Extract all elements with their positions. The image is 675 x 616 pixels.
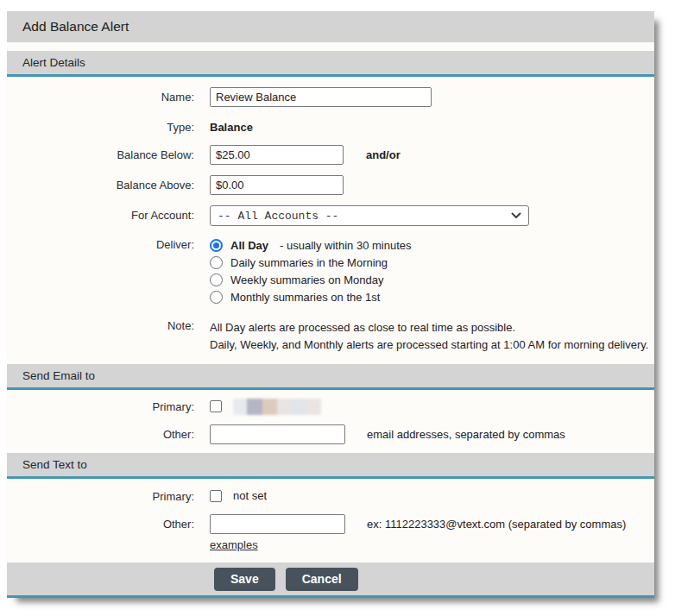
email-primary-row: Primary: — [7, 399, 654, 415]
email-primary-checkbox[interactable] — [210, 400, 222, 412]
name-input[interactable] — [210, 87, 432, 107]
save-button[interactable]: Save — [214, 568, 275, 591]
radio-icon[interactable] — [210, 273, 223, 286]
deliver-option-label: Weekly summaries on Monday — [230, 273, 384, 286]
add-balance-alert-dialog: Add Balance Alert Alert Details Name: Ty… — [7, 11, 654, 598]
radio-icon[interactable] — [210, 256, 223, 269]
deliver-row: Deliver: All Day - usually within 30 min… — [7, 236, 654, 305]
type-value: Balance — [210, 117, 253, 134]
balance-above-label: Balance Above: — [7, 175, 194, 192]
dialog-titlebar: Add Balance Alert — [7, 11, 654, 42]
send-email-body: Primary: Other: email addresses, separat… — [7, 390, 654, 453]
type-row: Type: Balance — [7, 117, 654, 134]
balance-above-row: Balance Above: — [7, 175, 654, 195]
note-label: Note: — [7, 319, 194, 332]
note-line-2: Daily, Weekly, and Monthly alerts are pr… — [210, 336, 648, 354]
section-header-send-email: Send Email to — [7, 364, 654, 390]
radio-selected-icon[interactable] — [210, 239, 223, 252]
text-other-row: Other: examples ex: 1112223333@vtext.com… — [7, 514, 654, 552]
and-or-text: and/or — [366, 145, 401, 161]
radio-icon[interactable] — [210, 291, 223, 304]
text-other-input[interactable] — [210, 514, 345, 534]
name-label: Name: — [7, 87, 194, 104]
balance-below-input[interactable] — [210, 145, 344, 165]
deliver-option-label: Daily summaries in the Morning — [230, 256, 388, 269]
deliver-radio-group: All Day - usually within 30 minutes Dail… — [210, 236, 412, 305]
deliver-option-label: Monthly summaries on the 1st — [230, 291, 380, 304]
send-text-body: Primary: not set Other: examples ex: 111… — [7, 479, 654, 563]
deliver-option-detail: - usually within 30 minutes — [280, 239, 411, 252]
email-primary-label: Primary: — [7, 399, 194, 413]
chevron-down-icon — [511, 212, 521, 219]
email-other-hint: email addresses, separated by commas — [367, 424, 565, 441]
note-text: All Day alerts are processed as close to… — [210, 319, 648, 354]
alert-details-heading: Alert Details — [22, 56, 85, 69]
for-account-label: For Account: — [7, 205, 194, 222]
balance-below-row: Balance Below: and/or — [7, 145, 654, 165]
email-other-input[interactable] — [210, 424, 345, 444]
cancel-button[interactable]: Cancel — [286, 568, 358, 591]
text-other-hint: ex: 1112223333@vtext.com (separated by c… — [367, 514, 626, 531]
for-account-select[interactable]: -- All Accounts -- — [210, 205, 529, 226]
dialog-title: Add Balance Alert — [22, 19, 129, 35]
send-text-heading: Send Text to — [22, 458, 87, 471]
deliver-option-daily[interactable]: Daily summaries in the Morning — [210, 254, 412, 271]
note-line-1: All Day alerts are processed as close to… — [210, 319, 648, 336]
email-other-label: Other: — [7, 424, 194, 441]
section-header-alert-details: Alert Details — [7, 51, 654, 77]
section-header-send-text: Send Text to — [7, 453, 654, 479]
send-email-heading: Send Email to — [22, 369, 95, 382]
dialog-buttonbar: Save Cancel — [7, 563, 654, 595]
deliver-option-monthly[interactable]: Monthly summaries on the 1st — [210, 288, 412, 305]
deliver-option-weekly[interactable]: Weekly summaries on Monday — [210, 271, 412, 288]
deliver-option-all-day[interactable]: All Day - usually within 30 minutes — [210, 236, 412, 254]
note-row: Note: All Day alerts are processed as cl… — [7, 319, 654, 354]
text-primary-label: Primary: — [7, 488, 194, 503]
deliver-label: Deliver: — [7, 236, 194, 251]
primary-email-redacted — [233, 399, 321, 415]
deliver-option-label: All Day — [230, 239, 268, 252]
text-primary-checkbox[interactable] — [210, 490, 222, 502]
for-account-row: For Account: -- All Accounts -- — [7, 205, 654, 226]
name-row: Name: — [7, 87, 654, 107]
email-other-row: Other: email addresses, separated by com… — [7, 424, 654, 444]
type-label: Type: — [7, 117, 194, 134]
text-other-label: Other: — [7, 514, 194, 531]
text-primary-row: Primary: not set — [7, 488, 654, 503]
balance-above-input[interactable] — [210, 175, 344, 195]
for-account-selected-option: -- All Accounts -- — [218, 210, 511, 223]
balance-below-label: Balance Below: — [7, 145, 194, 161]
titlebar-gap — [7, 42, 654, 51]
examples-link[interactable]: examples — [210, 538, 258, 551]
text-primary-value: not set — [233, 488, 267, 502]
alert-details-body: Name: Type: Balance Balance Below: and/o… — [7, 77, 654, 364]
